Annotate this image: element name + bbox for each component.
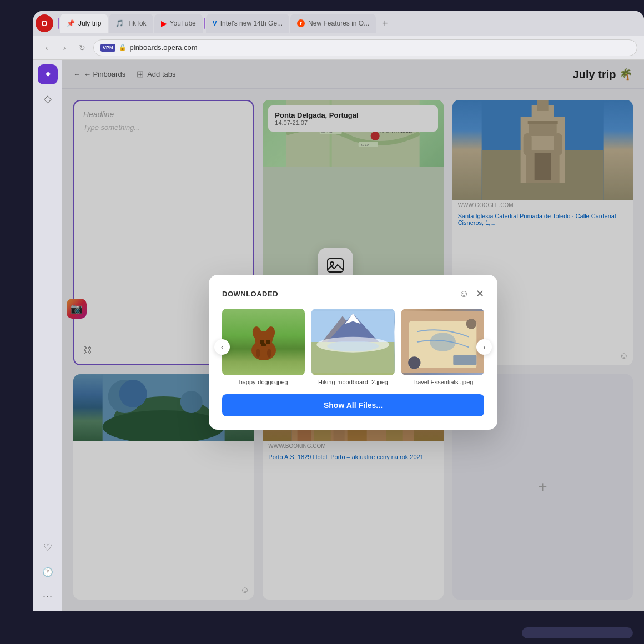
tab-youtube[interactable]: ▶ YouTube xyxy=(154,14,203,33)
sidebar-btn-ai[interactable]: ✦ xyxy=(38,64,58,84)
sidebar-btn-history[interactable]: 🕐 xyxy=(38,562,58,582)
image-item-mountain[interactable]: Hiking-moodboard_2.jpeg xyxy=(311,309,394,385)
mountain-thumbnail xyxy=(311,309,394,375)
tab-label-new-features: New Features in O... xyxy=(308,19,369,27)
tab-favicon-intel: V xyxy=(213,19,217,27)
url-text: pinboards.opera.com xyxy=(130,43,198,52)
new-tab-button[interactable]: + xyxy=(377,16,393,31)
modal-title: DOWNLOADED xyxy=(222,290,278,298)
forward-button[interactable]: › xyxy=(58,41,71,54)
tab-july-trip[interactable]: 📌 July trip xyxy=(60,14,108,33)
svg-point-61 xyxy=(466,319,476,329)
svg-point-59 xyxy=(430,333,456,351)
travel-label: Travel Essentials .jpeg xyxy=(401,379,484,385)
browser-window: O 📌 July trip 🎵 TikTok ▶ YouTube V Intel… xyxy=(33,11,644,611)
svg-point-48 xyxy=(256,349,260,358)
tab-favicon-youtube: ▶ xyxy=(161,19,167,28)
tab-intel[interactable]: V Intel's new 14th Ge... xyxy=(206,14,289,33)
svg-point-56 xyxy=(327,341,379,351)
tab-favicon-july: 📌 xyxy=(67,19,75,27)
svg-point-49 xyxy=(267,349,271,358)
bottom-bar xyxy=(33,622,644,644)
svg-point-47 xyxy=(261,343,266,346)
tab-new-features[interactable]: r New Features in O... xyxy=(290,14,376,33)
sidebar-btn-more[interactable]: ··· xyxy=(38,586,58,606)
mountain-label: Hiking-moodboard_2.jpeg xyxy=(311,379,394,385)
address-input[interactable]: VPN 🔒 pinboards.opera.com xyxy=(93,39,637,56)
dog-thumbnail xyxy=(222,309,305,375)
next-image-button[interactable]: › xyxy=(476,339,492,355)
prev-image-button[interactable]: ‹ xyxy=(214,339,230,355)
main-content: ← ← Pinboards ⊞ Add tabs July trip 🌴 Hea… xyxy=(62,60,644,611)
modal-actions: ☺ ✕ xyxy=(459,288,484,300)
modal-overlay: DOWNLOADED ☺ ✕ ‹ xyxy=(62,60,644,611)
modal-header: DOWNLOADED ☺ ✕ xyxy=(222,288,484,300)
image-item-dog[interactable]: happy-doggo.jpeg xyxy=(222,309,305,385)
dog-label: happy-doggo.jpeg xyxy=(222,379,305,385)
sidebar-btn-pinboards[interactable]: ◇ xyxy=(38,89,58,109)
tab-favicon-reddit: r xyxy=(297,19,305,27)
address-bar: ‹ › ↻ VPN 🔒 pinboards.opera.com xyxy=(33,36,644,60)
image-item-travel[interactable]: Travel Essentials .jpeg xyxy=(401,309,484,385)
svg-point-46 xyxy=(266,340,270,344)
tab-label-intel: Intel's new 14th Ge... xyxy=(220,19,283,27)
tab-label-tiktok: TikTok xyxy=(127,19,146,27)
tab-label-youtube: YouTube xyxy=(170,19,196,27)
sidebar-btn-heart[interactable]: ♡ xyxy=(38,537,58,557)
tab-tiktok[interactable]: 🎵 TikTok xyxy=(109,14,153,33)
back-button[interactable]: ‹ xyxy=(40,41,53,54)
lock-icon: 🔒 xyxy=(119,44,127,51)
tab-favicon-tiktok: 🎵 xyxy=(115,19,124,27)
image-grid: ‹ xyxy=(222,309,484,385)
tab-divider-2 xyxy=(204,18,205,29)
emoji-button[interactable]: ☺ xyxy=(459,288,469,300)
opera-logo[interactable]: O xyxy=(36,14,53,32)
close-button[interactable]: ✕ xyxy=(476,289,484,299)
vpn-badge: VPN xyxy=(100,44,115,52)
show-all-button[interactable]: Show All Files... xyxy=(222,394,484,416)
svg-rect-62 xyxy=(453,355,476,365)
taskbar-pill xyxy=(522,627,633,638)
travel-thumbnail xyxy=(401,309,484,375)
downloaded-modal: DOWNLOADED ☺ ✕ ‹ xyxy=(209,275,497,430)
browser-chrome: O 📌 July trip 🎵 TikTok ▶ YouTube V Intel… xyxy=(33,11,644,60)
tab-divider-1 xyxy=(58,18,59,29)
svg-point-60 xyxy=(408,356,420,369)
tab-bar: O 📌 July trip 🎵 TikTok ▶ YouTube V Intel… xyxy=(33,11,644,36)
tab-label-july: July trip xyxy=(78,19,101,27)
reload-button[interactable]: ↻ xyxy=(76,41,89,54)
sidebar: ✦ ◇ ♡ 🕐 ··· xyxy=(33,60,62,611)
